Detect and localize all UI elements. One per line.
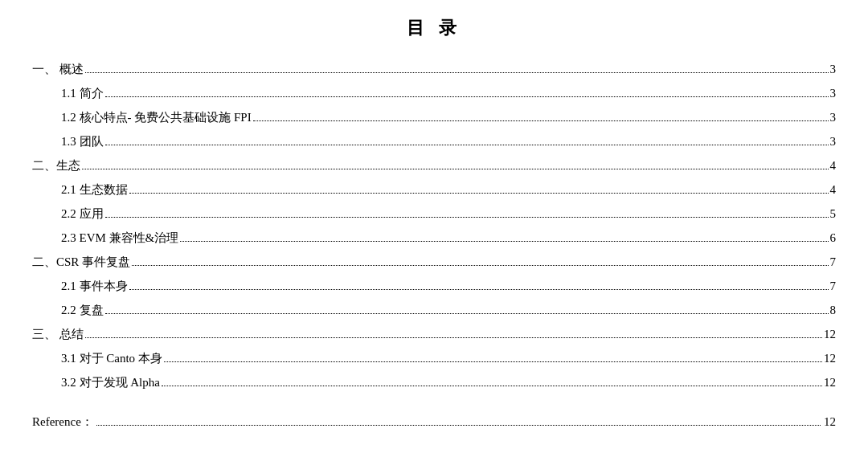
- toc-item-label: 三、 总结: [32, 324, 84, 344]
- toc-dots: [129, 289, 829, 290]
- toc-item-label: 一、 概述: [32, 59, 84, 79]
- toc-row: 三、 总结12: [32, 324, 836, 344]
- toc-row: 1.1 简介3: [32, 84, 836, 103]
- toc-dots: [132, 265, 828, 266]
- toc-dots: [162, 386, 822, 386]
- toc-container: 一、 概述31.1 简介31.2 核心特点- 免费公共基础设施 FPI31.3 …: [32, 59, 836, 392]
- reference-page: 12: [824, 415, 836, 429]
- toc-page-number: 3: [830, 84, 837, 103]
- toc-page-number: 5: [830, 204, 837, 223]
- toc-row: 2.1 事件本身7: [32, 276, 836, 296]
- toc-item-label: 二、CSR 事件复盘: [32, 252, 130, 271]
- toc-item-label: 二、生态: [32, 156, 80, 175]
- toc-item-label: 1.3 团队: [61, 132, 104, 151]
- toc-page-number: 8: [830, 300, 837, 320]
- toc-item-label: 2.1 生态数据: [61, 180, 128, 199]
- toc-row: 2.2 应用5: [32, 204, 836, 223]
- toc-row: 2.1 生态数据4: [32, 180, 836, 199]
- reference-section: Reference： 12: [32, 414, 836, 430]
- reference-label: Reference：: [32, 414, 93, 430]
- toc-page-number: 6: [830, 228, 837, 247]
- toc-item-label: 1.1 简介: [61, 84, 104, 103]
- toc-dots: [82, 169, 829, 169]
- toc-item-label: 3.2 对于发现 Alpha: [61, 373, 160, 392]
- toc-item-label: 1.2 核心特点- 免费公共基础设施 FPI: [61, 108, 252, 127]
- toc-item-label: 2.2 应用: [61, 204, 104, 223]
- toc-row: 3.2 对于发现 Alpha12: [32, 373, 836, 392]
- toc-page-number: 3: [830, 59, 837, 79]
- toc-row: 1.2 核心特点- 免费公共基础设施 FPI3: [32, 108, 836, 127]
- toc-item-label: 2.1 事件本身: [61, 276, 128, 296]
- page-title: 目 录: [32, 16, 836, 40]
- toc-page-number: 7: [830, 252, 837, 271]
- toc-row: 1.3 团队3: [32, 132, 836, 151]
- toc-item-label: 3.1 对于 Canto 本身: [61, 349, 162, 368]
- toc-dots: [105, 217, 829, 218]
- toc-page-number: 12: [824, 324, 836, 344]
- toc-dots: [85, 72, 829, 73]
- toc-item-label: 2.3 EVM 兼容性&治理: [61, 228, 178, 247]
- toc-page-number: 4: [830, 156, 837, 175]
- toc-dots: [129, 193, 829, 194]
- toc-row: 二、CSR 事件复盘7: [32, 252, 836, 271]
- toc-dots: [105, 313, 829, 314]
- toc-row: 3.1 对于 Canto 本身12: [32, 349, 836, 368]
- toc-dots: [164, 361, 822, 362]
- reference-dots: [96, 425, 821, 426]
- toc-page-number: 3: [830, 132, 837, 151]
- toc-page-number: 7: [830, 276, 837, 296]
- toc-dots: [85, 337, 822, 338]
- toc-dots: [105, 96, 829, 97]
- toc-item-label: 2.2 复盘: [61, 300, 104, 320]
- toc-dots: [105, 145, 829, 145]
- page: 目 录 一、 概述31.1 简介31.2 核心特点- 免费公共基础设施 FPI3…: [32, 16, 836, 430]
- toc-row: 二、生态4: [32, 156, 836, 175]
- toc-dots: [253, 120, 829, 121]
- toc-page-number: 12: [824, 349, 836, 368]
- toc-row: 2.3 EVM 兼容性&治理6: [32, 228, 836, 247]
- toc-dots: [180, 241, 828, 242]
- toc-page-number: 3: [830, 108, 837, 127]
- toc-page-number: 12: [824, 373, 836, 392]
- toc-row: 2.2 复盘8: [32, 300, 836, 320]
- toc-row: 一、 概述3: [32, 59, 836, 79]
- toc-page-number: 4: [830, 180, 837, 199]
